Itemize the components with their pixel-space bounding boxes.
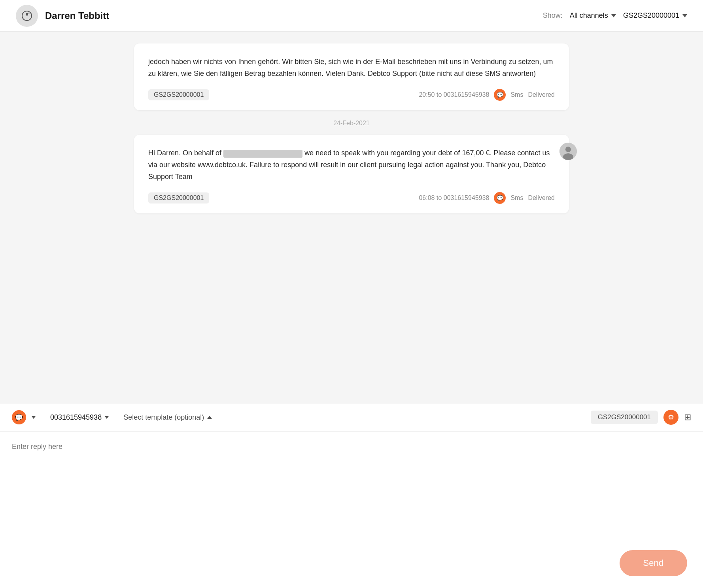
sms-icon: 💬 <box>494 89 506 101</box>
template-select-button[interactable]: Select template (optional) <box>123 413 212 422</box>
main-content: jedoch haben wir nichts von Ihnen gehört… <box>0 32 703 588</box>
message-meta-2: 06:08 to 0031615945938 💬 Sms Delivered <box>419 192 555 204</box>
message-card-2: Hi Darren. On behalf of we need to speak… <box>134 135 569 213</box>
show-label: Show: <box>543 11 563 20</box>
expand-icon: ⊞ <box>684 412 691 422</box>
contact-avatar <box>16 5 38 27</box>
message-footer-2: GS2GS20000001 06:08 to 0031615945938 💬 S… <box>148 192 555 204</box>
header-left: Darren Tebbitt <box>16 5 109 27</box>
toolbar-divider <box>43 412 43 423</box>
message-card: jedoch haben wir nichts von Ihnen gehört… <box>134 43 569 110</box>
agent-avatar <box>559 143 577 160</box>
toolbar-divider-2 <box>116 412 116 423</box>
phone-number-select[interactable]: 0031615945938 <box>50 413 109 422</box>
reply-ref-tag: GS2GS20000001 <box>591 411 658 424</box>
ref-dropdown[interactable]: GS2GS20000001 <box>623 11 687 20</box>
chevron-down-icon <box>682 14 687 17</box>
phone-chevron-down-icon <box>105 416 109 419</box>
channel-chevron-down-icon <box>32 416 36 419</box>
phone-number-display: 0031615945938 <box>50 413 102 422</box>
contact-name: Darren Tebbitt <box>45 10 109 21</box>
reply-right-controls: GS2GS20000001 ⚙ ⊞ <box>591 410 691 425</box>
message-text: jedoch haben wir nichts von Ihnen gehört… <box>148 56 555 79</box>
message-status: Delivered <box>528 91 555 98</box>
header-right: Show: All channels GS2GS20000001 <box>543 11 687 20</box>
message-channel-2: Sms <box>510 194 523 202</box>
reply-channel-button[interactable]: 💬 <box>12 410 26 424</box>
sms-icon-2: 💬 <box>494 192 506 204</box>
message-meta: 20:50 to 0031615945938 💬 Sms Delivered <box>419 89 555 101</box>
app-container: Darren Tebbitt Show: All channels GS2GS2… <box>0 0 703 588</box>
svg-point-3 <box>565 147 571 152</box>
reply-toolbar: 💬 0031615945938 Select template (optiona… <box>0 403 703 432</box>
reply-sms-icon: 💬 <box>12 410 26 424</box>
message-tag-2: GS2GS20000001 <box>148 192 209 204</box>
send-area: Send <box>0 542 703 588</box>
reply-input-area <box>0 432 703 542</box>
send-button[interactable]: Send <box>620 550 687 576</box>
redacted-company <box>223 150 302 158</box>
settings-button[interactable]: ⚙ <box>663 410 678 425</box>
message-status-2: Delivered <box>528 194 555 202</box>
messages-area: jedoch haben wir nichts von Ihnen gehört… <box>0 32 703 403</box>
header: Darren Tebbitt Show: All channels GS2GS2… <box>0 0 703 32</box>
message-footer: GS2GS20000001 20:50 to 0031615945938 💬 S… <box>148 89 555 101</box>
channel-dropdown[interactable]: All channels <box>570 11 616 20</box>
message-time-2: 06:08 to 0031615945938 <box>419 194 489 202</box>
date-separator: 24-Feb-2021 <box>20 120 683 127</box>
template-placeholder: Select template (optional) <box>123 413 204 422</box>
message-text-2: Hi Darren. On behalf of we need to speak… <box>148 147 555 183</box>
expand-button[interactable]: ⊞ <box>684 412 691 422</box>
message-time: 20:50 to 0031615945938 <box>419 91 489 98</box>
template-chevron-up-icon <box>207 416 212 419</box>
chevron-down-icon <box>611 14 616 17</box>
message-tag: GS2GS20000001 <box>148 89 209 100</box>
channel-dropdown-arrow[interactable] <box>32 416 36 419</box>
reply-textarea[interactable] <box>12 443 691 522</box>
reply-area: 💬 0031615945938 Select template (optiona… <box>0 403 703 588</box>
message-channel: Sms <box>510 91 523 98</box>
